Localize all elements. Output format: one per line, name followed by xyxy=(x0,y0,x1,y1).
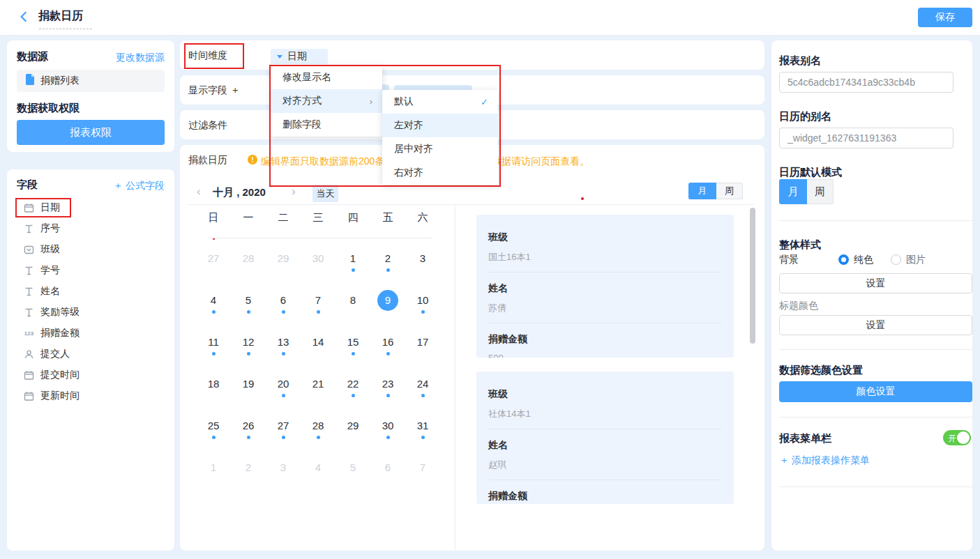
field-item[interactable]: 奖励等级 xyxy=(7,302,174,323)
report-alias-input[interactable] xyxy=(779,72,953,93)
day-number: 30 xyxy=(312,251,324,266)
change-datasource-link[interactable]: 更改数据源 xyxy=(116,52,165,64)
field-item[interactable]: 日期 xyxy=(7,197,174,218)
weekday-label: 二 xyxy=(266,211,301,224)
calendar-day-cell[interactable]: 5 xyxy=(336,460,370,502)
datasource-item[interactable]: 捐赠列表 xyxy=(17,70,165,92)
next-month-icon[interactable]: › xyxy=(292,185,296,199)
calendar-day-cell[interactable]: 10 xyxy=(405,293,440,335)
calendar-day-cell[interactable]: 27 xyxy=(266,418,301,460)
calendar-day-cell[interactable]: 13 xyxy=(266,335,301,376)
calendar-day-cell[interactable]: 7 xyxy=(301,293,336,335)
calendar-grid: 2728293012345678910111213141516171819202… xyxy=(196,251,440,502)
event-dot xyxy=(247,310,250,314)
image-radio[interactable] xyxy=(891,254,901,265)
calendar-day-cell[interactable]: 3 xyxy=(266,460,301,502)
day-number: 26 xyxy=(243,418,255,434)
add-display-field-icon[interactable]: ＋ xyxy=(230,84,240,95)
calendar-alias-input[interactable] xyxy=(779,128,953,148)
event-card[interactable]: 班级社体14本1姓名赵琪捐赠金额900 xyxy=(476,372,734,504)
calendar-day-cell[interactable]: 11 xyxy=(196,335,231,376)
calendar-day-cell[interactable]: 1 xyxy=(196,460,231,502)
calendar-day-cell[interactable]: 18 xyxy=(196,376,231,418)
calendar-day-cell[interactable]: 4 xyxy=(196,293,231,335)
field-item[interactable]: 更新时间 xyxy=(7,385,174,406)
calendar-day-cell[interactable]: 7 xyxy=(405,460,440,502)
divider xyxy=(779,417,972,418)
solid-color-radio[interactable] xyxy=(838,254,849,265)
calendar-day-cell[interactable]: 6 xyxy=(370,460,405,502)
day-number: 3 xyxy=(280,460,286,475)
menu-bar-label: 报表菜单栏 xyxy=(779,432,831,445)
calendar-day-cell[interactable]: 22 xyxy=(336,376,370,418)
submenu-item[interactable]: 居中对齐 xyxy=(382,137,498,161)
field-item[interactable]: 学号 xyxy=(7,260,174,281)
prev-month-icon[interactable]: ‹ xyxy=(197,185,201,199)
calendar-day-cell[interactable]: 15 xyxy=(336,335,370,376)
calendar-day-cell[interactable]: 2 xyxy=(370,251,405,293)
event-field-value: 国土16本1 xyxy=(488,251,722,263)
menu-item[interactable]: 对齐方式› xyxy=(271,89,382,113)
calendar-day-cell[interactable]: 31 xyxy=(405,418,440,460)
calendar-day-cell[interactable]: 23 xyxy=(370,376,405,418)
calendar-day-cell[interactable]: 28 xyxy=(301,418,336,460)
calendar-day-cell[interactable]: 30 xyxy=(301,251,336,293)
calendar-day-cell[interactable]: 28 xyxy=(231,251,266,293)
calendar-day-cell[interactable]: 25 xyxy=(196,418,231,460)
title-color-setting-button[interactable]: 设置 xyxy=(779,315,972,335)
calendar-day-cell[interactable]: 3 xyxy=(405,251,440,293)
month-view-tab[interactable]: 月 xyxy=(688,183,716,199)
time-field-dropdown[interactable]: 日期 xyxy=(271,49,328,64)
submenu-item[interactable]: 左对齐 xyxy=(382,114,498,137)
add-report-menu-link[interactable]: ＋ 添加报表操作菜单 xyxy=(779,454,870,467)
color-setting-button[interactable]: 颜色设置 xyxy=(779,381,972,402)
mode-month-tab[interactable]: 月 xyxy=(779,179,807,204)
back-icon[interactable] xyxy=(18,10,29,26)
calendar-day-cell[interactable]: 29 xyxy=(266,251,301,293)
calendar-day-cell[interactable]: 24 xyxy=(405,376,440,418)
event-dot xyxy=(421,436,425,439)
calendar-day-cell[interactable]: 21 xyxy=(301,376,336,418)
calendar-day-cell[interactable]: 16 xyxy=(370,335,405,376)
day-number: 5 xyxy=(350,460,356,475)
calendar-day-cell[interactable]: 4 xyxy=(301,460,336,502)
calendar-day-cell[interactable]: 27 xyxy=(196,251,231,293)
calendar-day-cell[interactable]: 30 xyxy=(370,418,405,460)
calendar-day-cell[interactable]: 9 xyxy=(370,293,405,335)
calendar-day-cell[interactable]: 29 xyxy=(336,418,370,460)
event-dot xyxy=(352,352,355,355)
background-setting-button[interactable]: 设置 xyxy=(779,273,972,293)
field-item[interactable]: 班级 xyxy=(7,239,174,260)
submenu-item[interactable]: 右对齐 xyxy=(382,161,498,185)
calendar-day-cell[interactable]: 14 xyxy=(301,335,336,376)
menu-item[interactable]: 删除字段 xyxy=(271,113,382,137)
field-item[interactable]: 提交人 xyxy=(7,344,174,365)
scrollbar[interactable] xyxy=(750,208,755,344)
chevron-down-icon xyxy=(277,55,282,59)
field-item[interactable]: 序号 xyxy=(7,218,174,239)
menu-item[interactable]: 修改显示名 xyxy=(271,66,382,89)
save-button[interactable]: 保存 xyxy=(918,8,972,27)
calendar-day-cell[interactable]: 26 xyxy=(231,418,266,460)
calendar-day-cell[interactable]: 6 xyxy=(266,293,301,335)
field-item[interactable]: 123捐赠金额 xyxy=(7,323,174,344)
event-dot xyxy=(282,352,285,355)
calendar-day-cell[interactable]: 2 xyxy=(231,460,266,502)
week-view-tab[interactable]: 周 xyxy=(716,183,743,199)
calendar-day-cell[interactable]: 17 xyxy=(405,335,440,376)
field-item[interactable]: 姓名 xyxy=(7,281,174,302)
calendar-day-cell[interactable]: 12 xyxy=(231,335,266,376)
add-formula-field-link[interactable]: ＋ 公式字段 xyxy=(113,180,165,192)
field-item[interactable]: 提交时间 xyxy=(7,365,174,385)
mode-week-tab[interactable]: 周 xyxy=(807,179,834,204)
calendar-day-cell[interactable]: 8 xyxy=(336,293,370,335)
calendar-day-cell[interactable]: 20 xyxy=(266,376,301,418)
event-card[interactable]: 班级国土16本1姓名苏倩捐赠金额500 xyxy=(476,215,734,358)
today-button[interactable]: 当天 xyxy=(312,185,338,202)
submenu-item[interactable]: 默认✓ xyxy=(382,90,498,114)
report-permission-button[interactable]: 报表权限 xyxy=(17,120,165,145)
calendar-day-cell[interactable]: 19 xyxy=(231,376,266,418)
calendar-day-cell[interactable]: 1 xyxy=(336,251,370,293)
menu-bar-toggle[interactable]: 开 xyxy=(943,430,971,445)
calendar-day-cell[interactable]: 5 xyxy=(231,293,266,335)
